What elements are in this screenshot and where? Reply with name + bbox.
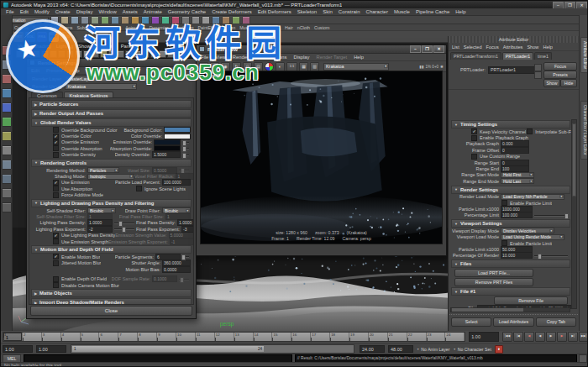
timeline-frame[interactable]: 8 bbox=[138, 333, 157, 341]
checkbox[interactable] bbox=[53, 145, 59, 151]
checkbox[interactable] bbox=[53, 186, 59, 191]
timeline-frame[interactable]: 20 bbox=[369, 333, 388, 341]
show-manip-icon[interactable] bbox=[2, 160, 12, 170]
menu-item[interactable]: Character bbox=[366, 9, 388, 14]
value-field[interactable]: 0 bbox=[501, 147, 529, 154]
universal-manip-icon[interactable] bbox=[2, 131, 12, 141]
shelf-tab[interactable]: Subdivs bbox=[76, 25, 92, 30]
playback-start-field[interactable]: 1.00 bbox=[36, 345, 66, 353]
shelf-prt-volume-icon[interactable]: VOL bbox=[25, 32, 35, 42]
dropdown[interactable]: Load Every Nth Particle▼ bbox=[501, 194, 564, 200]
checkbox[interactable] bbox=[53, 192, 59, 198]
timeline-frame[interactable]: 3 bbox=[42, 333, 61, 341]
menu-item[interactable]: File bbox=[6, 9, 14, 14]
value-field[interactable]: -2 bbox=[87, 226, 113, 233]
move-tool-icon[interactable] bbox=[2, 88, 12, 98]
menu-item[interactable]: Help bbox=[354, 55, 364, 60]
render-current-frame-icon[interactable] bbox=[222, 16, 230, 24]
step-forward-key-button[interactable]: ▶ bbox=[557, 332, 567, 342]
dropdown[interactable]: Display Velocities▼ bbox=[501, 228, 554, 233]
section-header[interactable]: ▼Files bbox=[451, 260, 570, 268]
slider[interactable] bbox=[182, 139, 189, 145]
timeline-frame[interactable]: 12 bbox=[215, 333, 234, 341]
slider-handle[interactable] bbox=[182, 153, 186, 159]
panel-ao-icon[interactable] bbox=[117, 50, 124, 58]
section-header[interactable]: ▼Render Settings bbox=[451, 186, 570, 194]
shelf-prt-fractal-icon[interactable]: FRA bbox=[37, 32, 47, 42]
panel-bookmark-icon[interactable] bbox=[41, 50, 49, 58]
shelf-tab[interactable]: Surfaces bbox=[33, 25, 50, 30]
shelf-tab[interactable]: Polygons bbox=[55, 25, 73, 30]
timeline-frame[interactable]: 15 bbox=[272, 333, 291, 341]
section-header[interactable]: ▼Timing Settings bbox=[451, 120, 570, 128]
menu-item[interactable]: Render Target bbox=[317, 55, 348, 60]
menu-item[interactable]: Help bbox=[70, 68, 80, 73]
slider[interactable] bbox=[182, 152, 189, 158]
select-object-icon[interactable] bbox=[111, 16, 119, 24]
panel-oversampling-icon[interactable] bbox=[66, 50, 74, 58]
menu-item[interactable]: Edit bbox=[20, 9, 29, 14]
step-back-key-button[interactable]: ◀ bbox=[524, 332, 534, 342]
value-field[interactable]: 1 bbox=[165, 213, 191, 220]
time-slider[interactable]: 1 12345678910111213141516171819202122232… bbox=[3, 332, 465, 342]
section-header[interactable]: ▼File #1 bbox=[451, 287, 570, 296]
close-settings-button[interactable]: Close bbox=[30, 306, 192, 316]
shelf-tab[interactable]: nCloth bbox=[297, 25, 310, 30]
hide-button[interactable]: Hide bbox=[560, 79, 577, 87]
button[interactable]: Load PRT File... bbox=[454, 269, 533, 277]
panel-xray-icon[interactable] bbox=[159, 50, 166, 58]
timeline-frame[interactable]: 22 bbox=[407, 333, 427, 341]
slider-handle[interactable] bbox=[181, 254, 186, 260]
playback-rate-field[interactable]: 1.00 bbox=[469, 332, 499, 342]
panel-lights-icon[interactable] bbox=[100, 50, 108, 58]
horizontal-scrollbar[interactable] bbox=[450, 307, 570, 312]
checkbox[interactable] bbox=[53, 276, 59, 282]
layout-four-pane-icon[interactable] bbox=[2, 202, 12, 212]
panel-camera-attrs-icon[interactable] bbox=[33, 50, 40, 58]
section-header[interactable]: ▼Rendering Controls bbox=[31, 159, 192, 167]
menu-item[interactable]: Edit Deformers bbox=[258, 9, 291, 14]
shelf-prt-saver-icon[interactable]: PRT bbox=[49, 32, 59, 42]
panel-joints-icon[interactable] bbox=[167, 50, 175, 58]
one-to-one-icon[interactable]: 1:1 bbox=[286, 62, 297, 71]
menu-item[interactable]: Render bbox=[233, 55, 249, 60]
menu-item[interactable]: Help bbox=[543, 45, 553, 50]
section-header[interactable]: ▼Motion Blur and Depth Of Field bbox=[31, 245, 192, 254]
menu-item[interactable]: Animate bbox=[144, 9, 162, 14]
panel-motionblur-icon[interactable] bbox=[125, 50, 133, 58]
open-scene-icon[interactable] bbox=[60, 16, 69, 24]
menu-item[interactable]: Presets bbox=[46, 68, 63, 73]
step-back-frame-button[interactable]: |◀ bbox=[513, 332, 523, 342]
panel-grid-icon[interactable] bbox=[176, 50, 183, 58]
section-header[interactable]: ▼Global Render Values bbox=[31, 118, 192, 127]
shelf-tab[interactable]: Toon bbox=[226, 25, 236, 30]
menu-item[interactable]: Edit bbox=[31, 68, 39, 73]
maximize-button[interactable]: ❐ bbox=[422, 45, 433, 53]
timeline-frame[interactable]: 14 bbox=[254, 333, 273, 341]
construction-history-icon[interactable] bbox=[202, 16, 210, 24]
menu-item[interactable]: IPR bbox=[255, 55, 264, 60]
timeline-frame[interactable]: 6 bbox=[99, 333, 118, 341]
node-name-field[interactable]: PRTLoader1 bbox=[488, 66, 535, 74]
paint-select-tool-icon[interactable] bbox=[2, 74, 12, 84]
rotate-tool-icon[interactable] bbox=[2, 102, 12, 113]
menu-item[interactable]: Assets bbox=[123, 9, 138, 14]
menu-item[interactable]: Display bbox=[293, 55, 309, 60]
timeline-frame[interactable]: 9 bbox=[157, 333, 176, 341]
play-forwards-button[interactable]: ▶ bbox=[546, 332, 556, 342]
slider-handle[interactable] bbox=[564, 213, 569, 219]
animation-end-field[interactable]: 48.00 bbox=[388, 345, 413, 353]
title-bar[interactable]: Autodesk Maya 2013 x64: C:\Users\Borisla… bbox=[1, 1, 588, 8]
value-field[interactable]: 100 bbox=[501, 165, 529, 172]
menu-item[interactable]: Constrain bbox=[339, 9, 360, 14]
section-header[interactable]: ▶Matte Objects bbox=[31, 289, 192, 297]
checkbox[interactable] bbox=[53, 282, 59, 288]
shelf-tab[interactable]: Curves bbox=[14, 25, 29, 30]
timeline-frame[interactable]: 5 bbox=[81, 333, 100, 341]
render-view-icon[interactable] bbox=[212, 16, 220, 24]
snap-curve-icon[interactable] bbox=[141, 16, 150, 24]
output-connections-icon[interactable] bbox=[192, 16, 200, 24]
timeline-frame[interactable]: 23 bbox=[427, 333, 446, 341]
shelf-tab[interactable]: Rendering bbox=[173, 25, 193, 30]
render-settings-icon[interactable] bbox=[242, 16, 250, 24]
